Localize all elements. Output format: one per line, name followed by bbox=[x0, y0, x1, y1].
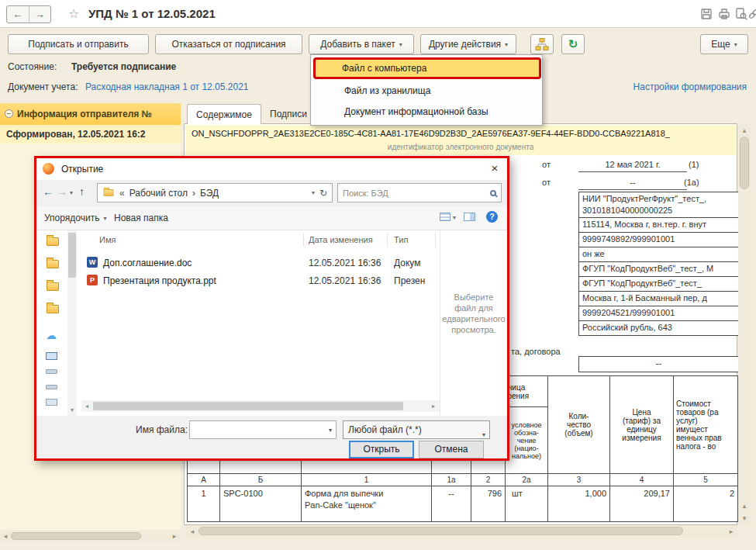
address-bar[interactable]: « Рабочий стол › БЭД ▾ ↻ bbox=[97, 183, 333, 202]
chevron-down-icon[interactable]: ▾ bbox=[70, 189, 73, 196]
forward-button[interactable]: → bbox=[29, 6, 51, 22]
tab-soderzhimoe[interactable]: Содержимое bbox=[187, 104, 261, 124]
scroll-left-icon[interactable]: ◂ bbox=[82, 400, 91, 412]
main-hscroll-thumb[interactable] bbox=[198, 527, 683, 535]
new-folder-button[interactable]: Новая папка bbox=[114, 213, 168, 223]
preview-pane-icon[interactable] bbox=[464, 213, 475, 221]
main-vscroll-thumb[interactable] bbox=[740, 137, 749, 189]
cancel-button[interactable]: Отмена bbox=[419, 441, 484, 458]
invoice-date-1a: -- bbox=[578, 178, 687, 187]
drive-icon[interactable] bbox=[46, 369, 57, 374]
menu-item-file-from-storage[interactable]: Файл из хранилища bbox=[313, 81, 541, 102]
chevron-down-icon[interactable]: ▾ bbox=[453, 214, 456, 221]
sign-and-send-button[interactable]: Подписать и отправить bbox=[8, 34, 149, 54]
table-row-cell: шт bbox=[505, 486, 548, 522]
back-icon[interactable]: ← bbox=[43, 185, 54, 198]
breadcrumb-item[interactable]: БЭД bbox=[200, 188, 219, 199]
print-icon[interactable] bbox=[717, 7, 731, 21]
column-divider[interactable] bbox=[303, 233, 304, 247]
invoice-mark-1: (1) bbox=[689, 160, 699, 169]
scroll-up-icon[interactable]: ▴ bbox=[738, 125, 751, 136]
menu-item-infobase-document[interactable]: Документ информационной базы bbox=[313, 102, 541, 123]
scroll-right-icon[interactable]: ▸ bbox=[170, 531, 179, 541]
scroll-down-icon[interactable]: ▾ bbox=[738, 512, 751, 524]
menu-item-file-from-computer[interactable]: Файл с компьютера bbox=[313, 57, 541, 79]
chevron-down-icon[interactable]: ▾ bbox=[312, 189, 315, 196]
sidebar-vscroll-thumb[interactable] bbox=[68, 233, 76, 278]
ppt-glyph: P bbox=[90, 276, 95, 284]
open-button[interactable]: Открыть bbox=[349, 441, 414, 458]
organize-label: Упорядочить bbox=[44, 213, 99, 223]
scroll-up-icon[interactable]: ▴ bbox=[738, 500, 751, 512]
breadcrumb-item[interactable]: Рабочий стол bbox=[129, 188, 188, 199]
table-row-cell: Форма для выпечки Pan-Cake "щенок" bbox=[301, 486, 432, 522]
scroll-left-icon[interactable]: ◂ bbox=[1, 531, 10, 541]
forward-icon[interactable]: → bbox=[57, 185, 67, 198]
table-header-price: Цена (тариф) за единицу измерения bbox=[609, 375, 674, 474]
folder-icon[interactable] bbox=[47, 237, 59, 246]
filename-input[interactable] bbox=[193, 422, 321, 438]
folder-icon[interactable] bbox=[47, 282, 59, 291]
chevron-down-icon: ▾ bbox=[399, 41, 402, 48]
organize-button[interactable]: Упорядочить▾ bbox=[44, 213, 106, 223]
column-divider[interactable] bbox=[387, 233, 388, 247]
edo-structure-button[interactable] bbox=[530, 34, 554, 54]
other-actions-button[interactable]: Другие действия▾ bbox=[420, 34, 516, 54]
column-header-date[interactable]: Дата изменения bbox=[309, 235, 373, 244]
search-icon[interactable] bbox=[490, 190, 496, 196]
search-input[interactable] bbox=[343, 189, 478, 198]
refuse-signing-label: Отказаться от подписания bbox=[171, 39, 285, 50]
file-row[interactable]: W Доп.соглашение.doc 12.05.2021 16:36 До… bbox=[81, 254, 440, 272]
table-letter-cell: 2а bbox=[505, 473, 548, 486]
link-icon[interactable] bbox=[747, 7, 756, 21]
accounting-doc-link[interactable]: Расходная накладная 1 от 12.05.2021 bbox=[85, 81, 249, 92]
invoice-cell: Российский рубль, 643 bbox=[578, 320, 738, 336]
more-button[interactable]: Еще▾ bbox=[700, 34, 748, 54]
filename-combo[interactable]: ▾ bbox=[189, 420, 337, 439]
refresh-button[interactable]: ↻ bbox=[561, 34, 585, 54]
view-list-icon[interactable] bbox=[440, 213, 450, 221]
column-header-type[interactable]: Тип bbox=[394, 235, 408, 244]
filetype-select[interactable]: Любой файл (*.*) ▾ bbox=[343, 420, 490, 439]
breadcrumb-collapse[interactable]: « bbox=[119, 188, 125, 199]
network-icon[interactable] bbox=[46, 399, 57, 406]
search-box[interactable] bbox=[337, 183, 502, 202]
table-row-cell: SPC-0100 bbox=[219, 486, 302, 522]
refuse-signing-button[interactable]: Отказаться от подписания bbox=[155, 34, 302, 54]
scroll-down-icon[interactable]: ▾ bbox=[67, 405, 77, 416]
refresh-icon[interactable]: ↻ bbox=[319, 188, 327, 199]
help-icon[interactable]: ? bbox=[486, 211, 498, 223]
save-icon[interactable] bbox=[699, 7, 713, 21]
collapse-icon[interactable]: − bbox=[5, 109, 13, 118]
sender-info-header[interactable]: − Информация отправителя № bbox=[0, 103, 181, 125]
scroll-right-icon[interactable]: ▸ bbox=[429, 400, 438, 412]
dialog-titlebar[interactable] bbox=[36, 158, 507, 180]
computer-icon[interactable] bbox=[46, 352, 57, 360]
folder-icon[interactable] bbox=[47, 305, 59, 313]
new-folder-label: Новая папка bbox=[114, 213, 168, 223]
add-to-package-button[interactable]: Добавить в пакет▾ bbox=[309, 34, 414, 54]
onedrive-cloud-icon[interactable]: ☁ bbox=[46, 330, 57, 340]
chevron-down-icon[interactable]: ▾ bbox=[329, 427, 332, 434]
preview-pane-divider[interactable] bbox=[440, 230, 440, 416]
column-divider[interactable] bbox=[435, 233, 436, 247]
up-icon[interactable]: ↑ bbox=[79, 185, 85, 198]
tab-podpisi[interactable]: Подписи bbox=[270, 109, 307, 119]
back-button[interactable]: ← bbox=[7, 6, 29, 22]
invoice-mark-1a: (1а) bbox=[684, 178, 699, 187]
close-button[interactable]: × bbox=[482, 158, 507, 180]
doc-id-text: ON_NSCHFDOPPR_2AE313E2CE0-185C-4C81-AA81… bbox=[192, 129, 670, 138]
drive-icon[interactable] bbox=[46, 385, 57, 389]
left-panel-hscroll-thumb[interactable] bbox=[11, 532, 141, 540]
column-header-name[interactable]: Имя bbox=[99, 235, 116, 244]
table-row-cell: 2 bbox=[673, 486, 738, 522]
folder-icon[interactable] bbox=[47, 260, 59, 268]
filelist-hscroll-thumb[interactable] bbox=[93, 402, 403, 410]
file-open-dialog: Открытие × ← → ▾ ↑ « Рабочий стол › БЭД … bbox=[34, 156, 509, 461]
forming-settings-link[interactable]: Настройки формирования bbox=[633, 81, 747, 92]
file-row[interactable]: P Презентация продукта.ppt 12.05.2021 16… bbox=[81, 272, 440, 289]
scroll-left-icon[interactable]: ◂ bbox=[187, 526, 198, 538]
invoice-from-1: от bbox=[542, 160, 551, 169]
scroll-right-icon[interactable]: ▸ bbox=[726, 526, 737, 538]
favorites-star-icon[interactable]: ☆ bbox=[68, 6, 79, 21]
